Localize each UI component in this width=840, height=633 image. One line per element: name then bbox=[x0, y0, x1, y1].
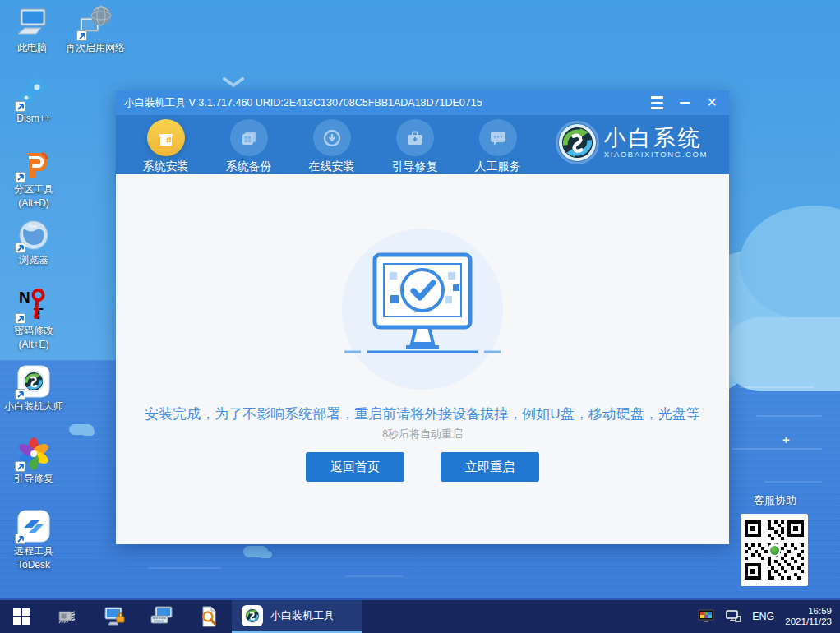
brand-subtitle: XIAOBAIXITONG.COM bbox=[604, 150, 708, 159]
desktop-icon-dism[interactable]: Dism++ bbox=[2, 76, 66, 124]
taskbar: 小白装机工具 ENG 16:59 2021/11/23 bbox=[0, 598, 840, 633]
todesk-icon bbox=[2, 508, 66, 543]
system-backup-icon bbox=[230, 119, 268, 156]
desktop-icon-sublabel: (Alt+D) bbox=[2, 197, 66, 209]
brand-title: 小白系统 bbox=[604, 127, 708, 150]
magnifier-document-icon bbox=[199, 606, 219, 627]
qr-center-logo bbox=[768, 543, 781, 557]
computer-lock-icon bbox=[103, 606, 126, 627]
clock[interactable]: 16:59 2021/11/23 bbox=[785, 606, 832, 628]
completion-message: 安装完成，为了不影响系统部署，重启前请将外接设备拔掉，例如U盘，移动硬盘，光盘等 bbox=[116, 404, 729, 423]
shortcut-arrow-icon bbox=[15, 172, 25, 183]
desktop-icon-boot-repair[interactable]: 引导修复 bbox=[2, 436, 66, 484]
sea-sparkle: + bbox=[782, 432, 790, 446]
chevron-down-icon[interactable] bbox=[222, 77, 245, 88]
this-pc-icon bbox=[0, 5, 64, 39]
desktop-icon-xiaobai-master[interactable]: 小白装机大师 bbox=[2, 363, 66, 412]
support-title: 客服协助 bbox=[741, 493, 810, 508]
online-install-icon bbox=[313, 119, 351, 156]
brand-swirl-icon bbox=[558, 123, 597, 162]
tab-label: 在线安装 bbox=[309, 159, 355, 174]
reboot-now-button[interactable]: 立即重启 bbox=[441, 452, 539, 482]
desktop-icon-todesk[interactable]: 远程工具 ToDesk bbox=[2, 508, 66, 571]
desktop-icon-this-pc[interactable]: 此电脑 bbox=[0, 5, 64, 53]
small-cloud bbox=[259, 551, 272, 558]
window-title: 小白装机工具 V 3.1.717.460 URID:2E413C130708C5… bbox=[124, 96, 651, 110]
desktop-icon-label: 再次启用网络 bbox=[63, 42, 127, 53]
support-panel: 客服协助 bbox=[741, 493, 810, 586]
tab-system-backup[interactable]: 系统备份 bbox=[207, 115, 290, 174]
installer-window: 小白装机工具 V 3.1.717.460 URID:2E413C130708C5… bbox=[116, 90, 729, 544]
pinwheel-icon bbox=[2, 436, 66, 470]
nt-password-icon: N T bbox=[2, 288, 66, 322]
taskbar-icon-search-doc[interactable] bbox=[186, 600, 232, 633]
display-color-icon[interactable] bbox=[698, 609, 714, 624]
shortcut-arrow-icon bbox=[15, 243, 25, 253]
desktop-icon-browser[interactable]: 浏览器 bbox=[2, 217, 66, 266]
menu-icon[interactable] bbox=[651, 95, 663, 111]
qr-code bbox=[741, 514, 808, 586]
tab-label: 引导修复 bbox=[392, 159, 438, 174]
network-icon[interactable] bbox=[725, 610, 741, 623]
start-button[interactable] bbox=[0, 600, 43, 633]
taskbar-icon-osk[interactable] bbox=[138, 600, 186, 633]
support-chat-icon bbox=[479, 119, 517, 156]
success-monitor-illustration bbox=[328, 250, 517, 373]
browser-globe-icon bbox=[2, 217, 66, 252]
network-globe-icon bbox=[63, 5, 127, 39]
desktop-icon-enable-network[interactable]: 再次启用网络 bbox=[63, 5, 127, 53]
clock-date: 2021/11/23 bbox=[785, 617, 832, 628]
tab-system-install[interactable]: 系统安装 bbox=[124, 115, 207, 174]
xiaobai-swirl-icon bbox=[2, 363, 66, 398]
back-home-button[interactable]: 返回首页 bbox=[306, 452, 404, 482]
desktop-icon-partition-tool[interactable]: 分区工具 (Alt+D) bbox=[2, 146, 66, 209]
app-swirl-icon bbox=[242, 605, 263, 626]
boot-repair-icon bbox=[396, 119, 434, 156]
close-icon[interactable]: ✕ bbox=[707, 96, 718, 109]
window-titlebar[interactable]: 小白装机工具 V 3.1.717.460 URID:2E413C130708C5… bbox=[116, 90, 729, 115]
tab-online-install[interactable]: 在线安装 bbox=[290, 115, 373, 174]
taskbar-app-label: 小白装机工具 bbox=[270, 608, 335, 623]
nav-bar: 系统安装 系统备份 在 bbox=[116, 115, 729, 174]
small-cloud bbox=[81, 428, 95, 436]
cloud bbox=[723, 317, 840, 391]
shortcut-arrow-icon bbox=[15, 389, 25, 400]
tab-label: 人工服务 bbox=[475, 159, 521, 174]
desktop-icon-password-reset[interactable]: N T 密码修改 (Alt+E) bbox=[2, 288, 66, 350]
clock-time: 16:59 bbox=[785, 606, 832, 617]
system-tray: ENG 16:59 2021/11/23 bbox=[698, 600, 840, 633]
shortcut-arrow-icon bbox=[76, 30, 87, 41]
desktop-icon-label: 远程工具 bbox=[2, 545, 66, 557]
gears-icon bbox=[2, 76, 66, 110]
svg-text:N: N bbox=[19, 289, 30, 306]
taskbar-icon-pc-lock-tool[interactable] bbox=[90, 600, 138, 633]
desktop-icon-sublabel: (Alt+E) bbox=[2, 339, 66, 350]
tab-boot-repair[interactable]: 引导修复 bbox=[373, 115, 456, 174]
desktop-icon-label: 小白装机大师 bbox=[2, 400, 66, 412]
taskbar-app-xiaobai[interactable]: 小白装机工具 bbox=[232, 600, 362, 633]
windows-logo-icon bbox=[13, 608, 30, 625]
shortcut-arrow-icon bbox=[15, 101, 25, 112]
minimize-icon[interactable] bbox=[680, 102, 690, 104]
tab-support[interactable]: 人工服务 bbox=[456, 115, 539, 174]
tab-label: 系统备份 bbox=[226, 159, 272, 174]
taskbar-icon-cpu-tool[interactable] bbox=[43, 600, 90, 633]
keyboard-monitor-icon bbox=[150, 606, 174, 627]
desktop-icon-label: 浏览器 bbox=[2, 254, 66, 266]
desktop-icon-sublabel: ToDesk bbox=[2, 559, 66, 571]
shortcut-arrow-icon bbox=[15, 313, 25, 324]
desktop-icon-label: 分区工具 bbox=[2, 183, 66, 195]
system-install-icon bbox=[147, 119, 185, 156]
desktop: + 此电脑 再次启用网络 bbox=[0, 0, 840, 633]
reboot-countdown: 8秒后将自动重启 bbox=[116, 427, 729, 441]
desktop-icon-label: 引导修复 bbox=[2, 473, 66, 484]
desktop-icon-label: Dism++ bbox=[2, 113, 66, 124]
shortcut-arrow-icon bbox=[15, 461, 25, 472]
desktop-icon-label: 此电脑 bbox=[0, 42, 64, 53]
desktop-icon-label: 密码修改 bbox=[2, 325, 66, 336]
language-indicator[interactable]: ENG bbox=[752, 611, 774, 622]
brand-logo[interactable]: 小白系统 XIAOBAIXITONG.COM bbox=[558, 123, 708, 162]
chip-icon bbox=[56, 608, 77, 626]
tab-label: 系统安装 bbox=[143, 159, 189, 174]
shortcut-arrow-icon bbox=[15, 534, 25, 544]
